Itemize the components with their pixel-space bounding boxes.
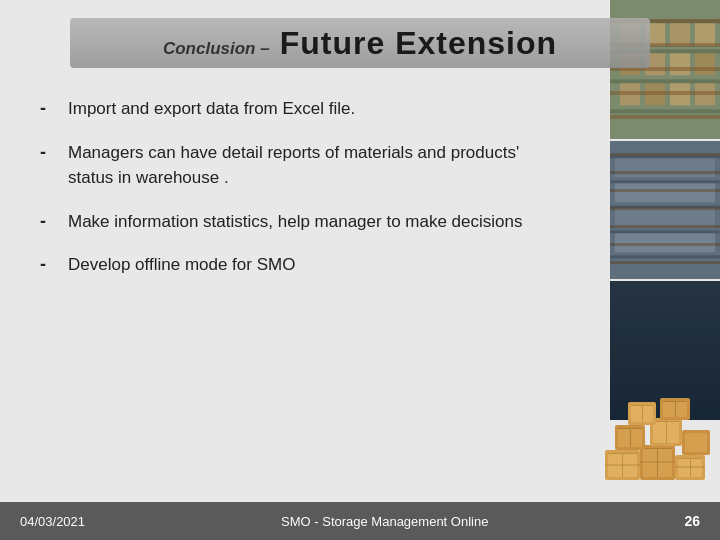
bullet-item-4: - Develop offline mode for SMO [40,252,600,278]
svg-rect-26 [615,233,715,252]
bullet-dash-4: - [40,254,56,275]
svg-rect-20 [610,205,720,208]
svg-rect-23 [615,158,715,177]
svg-rect-14 [645,83,665,105]
title-prefix: Conclusion – [163,39,270,59]
svg-rect-22 [610,255,720,258]
svg-rect-64 [675,401,676,417]
footer-date: 04/03/2021 [20,514,85,529]
svg-rect-30 [620,361,710,366]
svg-rect-15 [670,83,690,105]
title-bar: Conclusion – Future Extension [70,18,650,68]
title-content: Conclusion – Future Extension [163,25,557,62]
svg-rect-16 [695,83,715,105]
svg-rect-18 [610,155,720,158]
svg-rect-31 [620,371,710,376]
bullet-item-2: - Managers can have detail reports of ma… [40,140,600,191]
bullet-dash-3: - [40,211,56,232]
slide: Conclusion – Future Extension - Import a… [0,0,720,540]
svg-rect-12 [695,53,715,75]
svg-rect-25 [615,208,715,227]
bullet-text-1: Import and export data from Excel file. [68,96,355,122]
boxes-image [600,390,720,500]
svg-rect-4 [610,109,720,113]
svg-rect-24 [615,183,715,202]
footer-subtitle: SMO - Storage Management Online [281,514,488,529]
svg-rect-17 [610,141,720,280]
bullet-text-2: Managers can have detail reports of mate… [68,140,568,191]
svg-rect-60 [642,405,643,422]
svg-rect-21 [610,230,720,233]
warehouse-image-2 [610,141,720,280]
boxes-svg [600,390,720,500]
bullet-dash-2: - [40,142,56,163]
title-main: Future Extension [280,25,557,62]
svg-rect-50 [630,428,631,447]
svg-rect-28 [610,281,720,340]
footer-page: 26 [684,513,700,529]
svg-rect-56 [685,433,707,452]
bullet-item-3: - Make information statistics, help mana… [40,209,600,235]
svg-rect-32 [630,321,660,341]
svg-rect-13 [620,83,640,105]
bullet-text-3: Make information statistics, help manage… [68,209,522,235]
content-area: - Import and export data from Excel file… [40,96,600,540]
svg-rect-54 [666,421,667,443]
bullet-dash-1: - [40,98,56,119]
svg-rect-11 [670,53,690,75]
svg-rect-3 [610,79,720,83]
svg-rect-29 [620,351,710,356]
bullet-text-4: Develop offline mode for SMO [68,252,295,278]
svg-rect-19 [610,180,720,183]
bullet-item-1: - Import and export data from Excel file… [40,96,600,122]
footer: 04/03/2021 SMO - Storage Management Onli… [0,502,720,540]
svg-rect-33 [670,321,700,341]
svg-rect-8 [695,23,715,45]
svg-rect-7 [670,23,690,45]
